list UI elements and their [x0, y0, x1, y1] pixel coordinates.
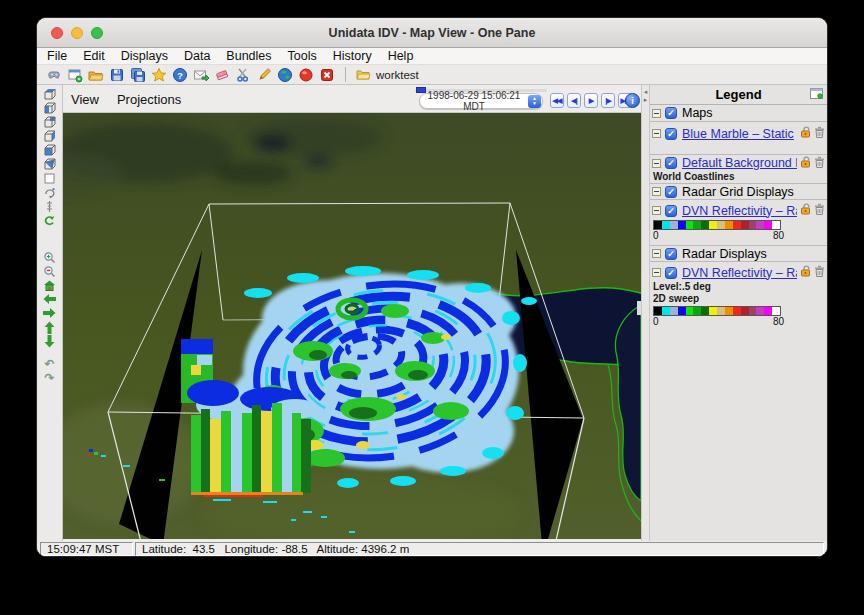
collapse-icon[interactable]: [652, 187, 661, 196]
collapse-icon[interactable]: [652, 249, 661, 258]
save-icon[interactable]: [108, 67, 125, 83]
background-maps-link[interactable]: Default Background Maps: [682, 156, 797, 170]
legend-item-dvn-grid: ✓ DVN Reflectivity – Rada...: [650, 202, 827, 219]
dashboard-icon[interactable]: [45, 67, 62, 83]
cube-front-icon[interactable]: [42, 144, 57, 157]
animation-properties-button[interactable]: i: [625, 93, 640, 108]
step-back-button[interactable]: ◀|: [567, 93, 581, 108]
menu-bundles[interactable]: Bundles: [226, 49, 271, 63]
split-pane-divider[interactable]: ◂▸: [641, 85, 650, 541]
new-window-icon[interactable]: [66, 67, 83, 83]
eraser-icon[interactable]: [213, 67, 230, 83]
cut-scissors-icon[interactable]: [234, 67, 251, 83]
menu-edit[interactable]: Edit: [83, 49, 105, 63]
radar-checkbox[interactable]: ✓: [665, 248, 677, 260]
cube-right-icon[interactable]: [42, 130, 57, 143]
delete-icon[interactable]: [318, 67, 335, 83]
favorite-star-icon[interactable]: [150, 67, 167, 83]
colorbar-max: 80: [773, 316, 784, 327]
bookmark-label: worktest: [376, 69, 419, 81]
collapse-icon[interactable]: [652, 109, 661, 118]
reset-rotation-icon[interactable]: [42, 214, 57, 227]
maps-checkbox[interactable]: ✓: [665, 107, 677, 119]
zoom-in-icon[interactable]: [42, 251, 57, 264]
dvn-radar-link[interactable]: DVN Reflectivity – Rada...: [682, 266, 797, 280]
legend-group-radar: ✓ Radar Displays: [650, 245, 827, 262]
menu-tools[interactable]: Tools: [288, 49, 317, 63]
redo-icon[interactable]: ↷: [42, 372, 57, 385]
radar-group-label: Radar Displays: [682, 247, 825, 261]
collapse-icon[interactable]: [652, 268, 661, 277]
lock-icon[interactable]: [799, 203, 812, 218]
view-menu[interactable]: View: [71, 92, 99, 107]
globe-icon[interactable]: [276, 67, 293, 83]
reflectivity-colorbar: [653, 220, 781, 230]
menu-displays[interactable]: Displays: [121, 49, 168, 63]
float-legend-icon[interactable]: [810, 88, 823, 102]
projections-menu[interactable]: Projections: [117, 92, 181, 107]
lock-icon[interactable]: [799, 126, 812, 141]
screenshot-stage: Unidata IDV - Map View - One Pane File E…: [0, 0, 864, 615]
dvn-grid-link[interactable]: DVN Reflectivity – Rada...: [682, 204, 797, 218]
split-collapse-arrows[interactable]: ◂▸: [642, 88, 649, 104]
blue-marble-checkbox[interactable]: ✓: [665, 128, 677, 140]
sweep-label: 2D sweep: [653, 293, 827, 304]
blue-marble-link[interactable]: Blue Marble – Static: [682, 127, 797, 141]
cube-back-icon[interactable]: [42, 116, 57, 129]
collapse-icon[interactable]: [652, 129, 661, 138]
vertical-scale-icon[interactable]: [42, 200, 57, 213]
time-stepper[interactable]: ▲▼: [528, 95, 541, 108]
help-icon[interactable]: ?: [171, 67, 188, 83]
level-label: Level:.5 deg: [653, 281, 827, 292]
animation-controls: ◀◀ ◀| ▶ |▶ ▶▶: [550, 93, 632, 108]
menu-data[interactable]: Data: [184, 49, 210, 63]
trash-icon[interactable]: [814, 203, 825, 218]
pan-right-icon[interactable]: [42, 307, 57, 320]
perspective-box-icon[interactable]: [42, 172, 57, 185]
folder-icon: [356, 68, 371, 81]
lock-icon[interactable]: [799, 156, 812, 171]
bookmark-worktest[interactable]: worktest: [356, 68, 419, 81]
dvn-grid-checkbox[interactable]: ✓: [665, 205, 677, 217]
home-view-icon[interactable]: [42, 279, 57, 292]
go-first-button[interactable]: ◀◀: [550, 93, 564, 108]
menu-file[interactable]: File: [47, 49, 67, 63]
colorbar-range: 0 80: [653, 230, 784, 241]
colorbar-min: 0: [653, 316, 659, 327]
cube-top-icon[interactable]: [42, 88, 57, 101]
trash-icon[interactable]: [814, 126, 825, 141]
menu-history[interactable]: History: [333, 49, 372, 63]
pan-left-icon[interactable]: [42, 293, 57, 306]
rotate-icon[interactable]: [42, 186, 57, 199]
pan-up-icon[interactable]: [42, 321, 57, 334]
save-as-icon[interactable]: [129, 67, 146, 83]
edit-pencil-icon[interactable]: [255, 67, 272, 83]
map-view-panel: View Projections 1998-06-29 15:06:21 MDT…: [63, 85, 641, 541]
play-button[interactable]: ▶: [584, 93, 598, 108]
zoom-out-icon[interactable]: [42, 265, 57, 278]
map-3d-view[interactable]: [63, 113, 641, 539]
trash-icon[interactable]: [814, 156, 825, 171]
support-mail-icon[interactable]: [192, 67, 209, 83]
collapse-icon[interactable]: [652, 206, 661, 215]
undo-icon[interactable]: ↶: [42, 358, 57, 371]
trash-icon[interactable]: [814, 265, 825, 280]
legend-header: Legend: [650, 85, 827, 105]
cube-left-icon[interactable]: [42, 102, 57, 115]
main-toolbar: ? worktest: [37, 65, 827, 85]
lock-icon[interactable]: [799, 265, 812, 280]
title-bar[interactable]: Unidata IDV - Map View - One Pane: [37, 18, 827, 48]
legend-group-maps: ✓ Maps: [650, 105, 827, 122]
pan-down-icon[interactable]: [42, 335, 57, 348]
cube-side-icon[interactable]: [42, 158, 57, 171]
dvn-radar-checkbox[interactable]: ✓: [665, 267, 677, 279]
time-combobox[interactable]: 1998-06-29 15:06:21 MDT ▲▼: [419, 93, 543, 109]
step-forward-button[interactable]: |▶: [601, 93, 615, 108]
radar-grid-checkbox[interactable]: ✓: [665, 186, 677, 198]
collapse-icon[interactable]: [652, 159, 661, 168]
background-maps-checkbox[interactable]: ✓: [665, 157, 677, 169]
open-folder-icon[interactable]: [87, 67, 104, 83]
record-icon[interactable]: [297, 67, 314, 83]
menu-help[interactable]: Help: [388, 49, 414, 63]
world-coastlines-label: World Coastlines: [653, 171, 827, 182]
